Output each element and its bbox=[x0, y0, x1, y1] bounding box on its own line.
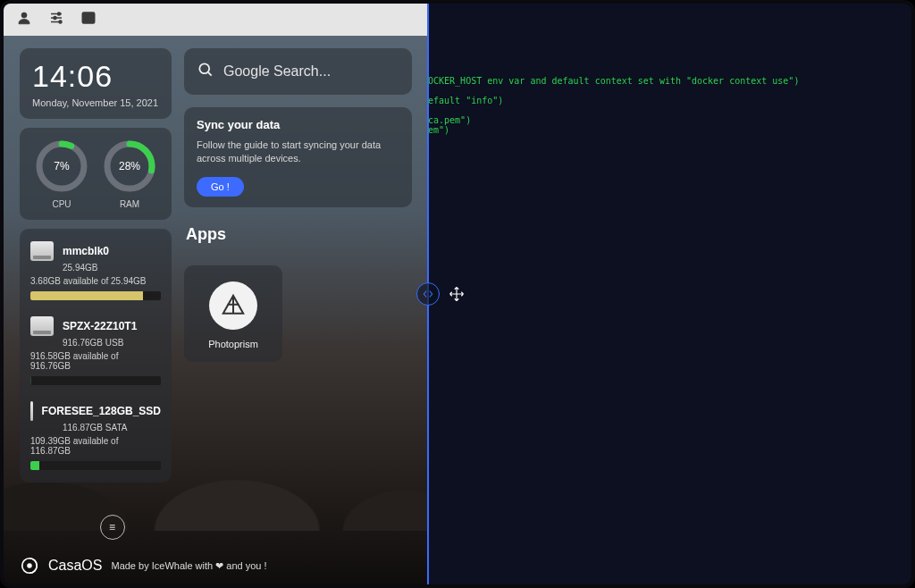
disk-bar bbox=[30, 461, 161, 470]
disk-name: SPZX-22Z10T1 bbox=[63, 320, 137, 332]
svg-point-9 bbox=[199, 63, 209, 73]
settings-sliders-icon[interactable] bbox=[48, 10, 64, 29]
disk-available: 109.39GB available of 116.87GB bbox=[30, 436, 161, 456]
disk-bar bbox=[30, 376, 161, 385]
divider-handle[interactable] bbox=[416, 282, 440, 306]
search-card[interactable] bbox=[184, 48, 412, 95]
apps-heading: Apps bbox=[186, 225, 412, 244]
drive-icon bbox=[30, 241, 54, 261]
terminal-line: efault "info") bbox=[428, 96, 503, 105]
dashboard-content: 14:06 Monday, November 15, 2021 7% bbox=[4, 36, 428, 483]
clock-card: 14:06 Monday, November 15, 2021 bbox=[20, 48, 172, 119]
terminal-icon[interactable] bbox=[80, 10, 97, 29]
clock-date: Monday, November 15, 2021 bbox=[32, 97, 159, 108]
disk-bar bbox=[30, 291, 161, 300]
app-name: Photoprism bbox=[208, 339, 258, 349]
ram-label: RAM bbox=[120, 199, 139, 209]
ram-gauge: 28% RAM bbox=[102, 139, 157, 209]
svg-point-0 bbox=[21, 13, 27, 18]
disk-row[interactable]: mmcblk0 25.94GB 3.68GB available of 25.9… bbox=[30, 241, 161, 300]
disk-available: 916.58GB available of 916.76GB bbox=[30, 351, 161, 371]
terminal-line: ca.pem") bbox=[428, 115, 471, 125]
gauges-card: 7% CPU 28% RA bbox=[20, 128, 172, 220]
sync-go-button[interactable]: Go ! bbox=[197, 177, 244, 197]
sync-card: Sync your data Follow the guide to start… bbox=[184, 107, 412, 207]
disk-size: 25.94GB bbox=[63, 263, 161, 273]
disk-row[interactable]: FORESEE_128GB_SSD 116.87GB SATA 109.39GB… bbox=[30, 401, 161, 470]
top-bar bbox=[4, 4, 428, 36]
sync-title: Sync your data bbox=[197, 118, 399, 131]
left-column: 14:06 Monday, November 15, 2021 7% bbox=[20, 48, 172, 483]
account-icon[interactable] bbox=[16, 10, 32, 29]
terminal-line: OCKER_HOST env var and default context s… bbox=[428, 76, 799, 86]
drive-icon bbox=[30, 401, 33, 421]
cpu-label: CPU bbox=[52, 199, 71, 209]
disk-available: 3.68GB available of 25.94GB bbox=[30, 276, 161, 286]
app-tile-photoprism[interactable]: Photoprism bbox=[184, 265, 282, 362]
svg-point-3 bbox=[59, 21, 62, 23]
svg-point-2 bbox=[54, 17, 56, 20]
svg-point-11 bbox=[27, 563, 32, 568]
search-input[interactable] bbox=[223, 63, 399, 80]
terminal-pane[interactable]: OCKER_HOST env var and default context s… bbox=[428, 4, 911, 584]
brand-name: CasaOS bbox=[48, 558, 102, 574]
menu-fab[interactable]: ≡ bbox=[100, 515, 125, 540]
disk-size: 116.87GB SATA bbox=[63, 423, 161, 433]
disks-card: mmcblk0 25.94GB 3.68GB available of 25.9… bbox=[20, 229, 172, 483]
disk-row[interactable]: SPZX-22Z10T1 916.76GB USB 916.58GB avail… bbox=[30, 316, 161, 385]
disk-name: FORESEE_128GB_SSD bbox=[42, 405, 161, 417]
right-column: Sync your data Follow the guide to start… bbox=[184, 48, 412, 483]
svg-rect-4 bbox=[82, 13, 95, 23]
cpu-percent: 7% bbox=[34, 139, 89, 194]
search-icon bbox=[197, 61, 214, 82]
svg-point-1 bbox=[58, 13, 61, 15]
casaos-logo-icon bbox=[20, 556, 39, 575]
disk-name: mmcblk0 bbox=[63, 245, 109, 257]
photoprism-icon bbox=[209, 281, 257, 330]
footer-credit: Made by IceWhale with ❤ and you ! bbox=[111, 560, 266, 572]
hamburger-icon: ≡ bbox=[109, 521, 116, 533]
clock-time: 14:06 bbox=[32, 59, 159, 94]
ram-percent: 28% bbox=[102, 139, 157, 194]
dashboard-pane: 14:06 Monday, November 15, 2021 7% bbox=[4, 4, 428, 584]
sync-desc: Follow the guide to start syncing your d… bbox=[197, 139, 399, 166]
drive-icon bbox=[30, 316, 54, 336]
disk-size: 916.76GB USB bbox=[63, 338, 161, 348]
cpu-gauge: 7% CPU bbox=[34, 139, 89, 209]
terminal-line: em") bbox=[428, 125, 449, 135]
app-window: 14:06 Monday, November 15, 2021 7% bbox=[0, 0, 915, 588]
footer: CasaOS Made by IceWhale with ❤ and you ! bbox=[20, 556, 428, 575]
